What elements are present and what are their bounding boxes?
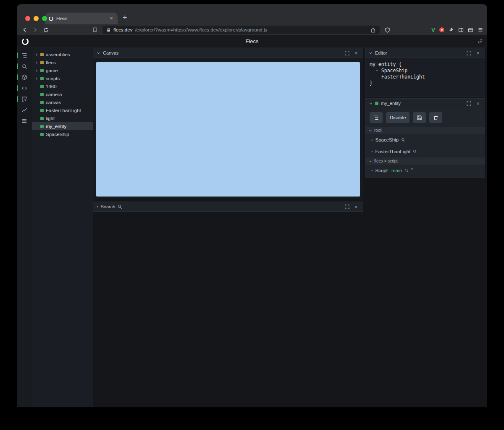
tree-row[interactable]: assemblies [32, 50, 93, 58]
tree-indent [35, 125, 38, 128]
back-icon[interactable] [21, 26, 29, 34]
rail-button-code[interactable] [17, 85, 32, 92]
save-button[interactable] [413, 112, 426, 123]
tree-row-selected[interactable]: my_entity [32, 122, 93, 130]
close-icon[interactable]: × [353, 203, 360, 210]
panel-title: my_entity [381, 101, 401, 106]
close-icon[interactable]: × [475, 100, 481, 107]
tree-item-label: SpaceShip [46, 132, 69, 137]
browser-tab[interactable]: Flecs × [45, 13, 118, 24]
rail-button-modules[interactable] [17, 74, 32, 81]
chevron-down-icon[interactable] [369, 51, 373, 55]
share-link-icon[interactable] [478, 39, 483, 44]
window-close-button[interactable] [25, 16, 30, 21]
tree-indent [35, 101, 38, 104]
code-editor[interactable]: my_entity { - SpaceShip - FasterThanLigh… [365, 58, 485, 97]
tree-row[interactable]: scripts [32, 74, 93, 82]
entity-icon [375, 102, 378, 105]
entity-module-icon [40, 61, 44, 64]
canvas-panel-body [93, 58, 363, 199]
tab-close-icon[interactable]: × [108, 15, 115, 22]
tree-item-label: FasterThanLight [46, 108, 81, 113]
render-canvas[interactable] [96, 62, 360, 197]
tree-item-label: camera [46, 92, 62, 97]
close-icon[interactable]: × [475, 50, 481, 56]
extension-v-icon[interactable]: V [431, 27, 435, 33]
tree-item-label: canvas [46, 100, 61, 105]
expand-icon[interactable] [465, 100, 472, 107]
rail-button-statistics[interactable] [17, 107, 32, 113]
tree-row[interactable]: FasterThanLight [32, 106, 93, 114]
app-body: assemblies flecs game scripts 1460 [17, 48, 487, 407]
share-icon[interactable] [370, 27, 376, 33]
rail-button-search[interactable] [17, 63, 32, 70]
expand-icon[interactable] [465, 50, 472, 56]
component-row[interactable]: • Script: main * [365, 165, 485, 176]
chevron-right-icon[interactable] [35, 61, 38, 64]
panel-title: Search [101, 204, 116, 209]
url-path: /explorer/?wasm=https://www.flecs.dev/ex… [135, 27, 368, 32]
new-tab-button[interactable]: + [123, 14, 127, 21]
search-icon[interactable] [404, 168, 409, 173]
wallet-icon[interactable] [468, 27, 473, 33]
tree-indent [35, 117, 38, 120]
forward-icon[interactable] [31, 26, 39, 34]
tree-item-label: game [46, 68, 58, 73]
flecs-favicon-icon [48, 16, 54, 21]
flecs-logo-icon[interactable] [21, 37, 29, 46]
panel-title: Canvas [103, 50, 118, 55]
asterisk-icon: * [411, 168, 413, 172]
extension-red-icon[interactable] [439, 27, 444, 32]
expand-icon[interactable] [344, 50, 350, 56]
disable-button[interactable]: Disable [386, 112, 410, 123]
cube-icon [21, 74, 27, 80]
expand-icon[interactable] [344, 203, 350, 210]
rail-button-inspector[interactable] [17, 96, 32, 102]
rail-button-entity-tree[interactable] [17, 52, 32, 59]
screen: Flecs × + flecs.dev /explorer/?wasm=http… [0, 0, 504, 430]
lock-icon [106, 28, 111, 32]
tree-view-button[interactable] [370, 112, 383, 123]
close-icon[interactable]: × [353, 50, 360, 56]
window-minimize-button[interactable] [34, 16, 39, 21]
puzzle-icon[interactable] [449, 27, 454, 33]
tree-row[interactable]: SpaceShip [32, 130, 93, 138]
delete-button[interactable] [429, 112, 442, 123]
chevron-down-icon[interactable] [369, 102, 373, 105]
chevron-right-icon[interactable] [35, 69, 38, 72]
reload-icon[interactable] [42, 26, 50, 34]
menu-icon[interactable] [478, 27, 483, 33]
entity-icon [40, 125, 44, 128]
tree-row[interactable]: canvas [32, 98, 93, 106]
save-icon [417, 115, 422, 121]
chevron-down-icon[interactable] [97, 51, 100, 55]
chevron-right-icon[interactable] [35, 53, 38, 56]
code-icon [21, 85, 27, 91]
chevron-right-icon[interactable] [35, 77, 38, 80]
shield-icon[interactable] [383, 26, 391, 34]
tree-row[interactable]: flecs [32, 58, 93, 66]
address-bar[interactable]: flecs.dev /explorer/?wasm=https://www.fl… [102, 26, 380, 34]
component-section-header[interactable]: flecs > script [365, 157, 485, 165]
tree-row[interactable]: game [32, 66, 93, 74]
entity-tree-icon [21, 52, 27, 58]
section-title: flecs > script [374, 159, 398, 163]
window-zoom-button[interactable] [42, 16, 47, 21]
component-row[interactable]: • FasterThanLight [365, 146, 485, 157]
rail-button-commands[interactable] [17, 118, 32, 124]
search-icon[interactable] [413, 149, 417, 154]
sidebar-icon[interactable] [458, 27, 464, 33]
tree-row[interactable]: 1460 [32, 82, 93, 90]
entity-icon [40, 101, 44, 104]
entity-toolbar: Disable [365, 108, 485, 127]
component-label: FasterThanLight [375, 149, 411, 154]
browser-window: Flecs × + flecs.dev /explorer/?wasm=http… [17, 4, 487, 407]
bookmark-icon[interactable] [91, 26, 99, 34]
search-icon[interactable] [401, 138, 405, 142]
right-column: Editor × my_entity { - SpaceShip - Faste… [363, 48, 487, 407]
tree-row[interactable]: light [32, 114, 93, 122]
tree-row[interactable]: camera [32, 90, 93, 98]
component-row[interactable]: • SpaceShip [365, 134, 485, 146]
component-section-header[interactable]: root [365, 127, 485, 134]
trash-icon [433, 115, 438, 121]
